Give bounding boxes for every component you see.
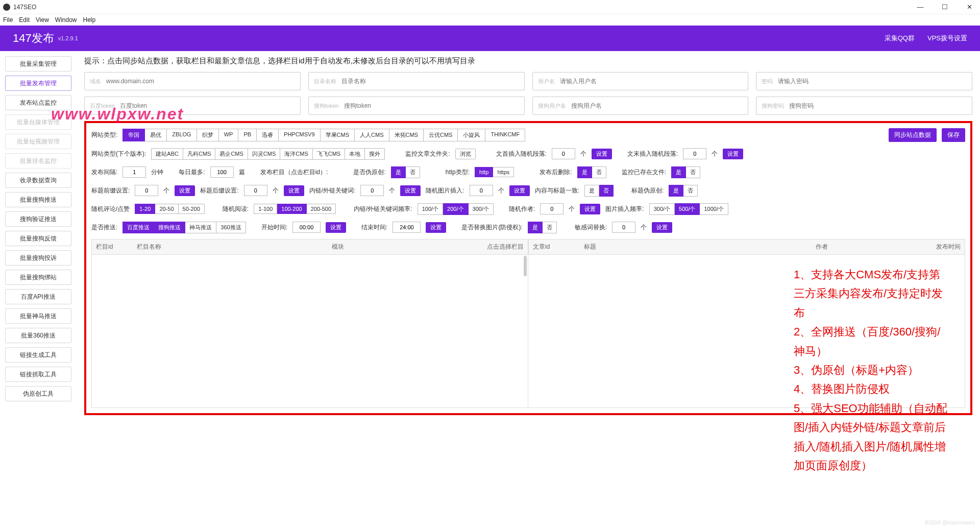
cmsrow-opt-3[interactable]: 织梦 — [197, 129, 219, 141]
pushSeg-opt-0[interactable]: 百度推送 — [122, 222, 154, 233]
sidebar-item-0[interactable]: 批量采集管理 — [5, 56, 71, 71]
prefix-input[interactable] — [135, 185, 158, 196]
user-field[interactable]: 用户名 — [532, 72, 749, 90]
cmsrow-opt-4[interactable]: WP — [219, 129, 239, 141]
author-input[interactable] — [540, 203, 564, 214]
cmsrow-opt-11[interactable]: 云优CMS — [424, 129, 458, 141]
cmsnext-opt-6[interactable]: 本地 — [345, 148, 365, 160]
close-button[interactable]: ✕ — [962, 3, 977, 11]
cmsrow-opt-6[interactable]: 迅睿 — [257, 129, 279, 141]
imgfreqSeg-opt-1[interactable]: 500/个 — [675, 203, 700, 215]
maximize-button[interactable]: ☐ — [937, 3, 952, 11]
sidebar-item-14[interactable]: 批量360推送 — [5, 328, 71, 343]
start-time-input[interactable] — [292, 222, 321, 233]
sgtoken-input[interactable] — [344, 102, 519, 109]
start-set-button[interactable]: 设置 — [326, 222, 346, 233]
tail-set-button[interactable]: 设置 — [723, 149, 743, 159]
sync-button[interactable]: 同步站点数据 — [889, 128, 937, 142]
keyword-input[interactable] — [360, 185, 384, 196]
cmsrow-opt-1[interactable]: 易优 — [145, 129, 167, 141]
columns-table-body[interactable] — [91, 255, 528, 408]
dir-field[interactable]: 目录名称 — [308, 72, 525, 90]
header-link-qq[interactable]: 采集QQ群 — [885, 34, 915, 43]
sidebar-item-9[interactable]: 批量搜狗反馈 — [5, 231, 71, 246]
head-num-input[interactable] — [552, 148, 575, 159]
scrollbar-thumb[interactable] — [524, 256, 527, 276]
cmsrow-opt-5[interactable]: PB — [238, 129, 257, 141]
menu-file[interactable]: File — [3, 16, 13, 23]
randimg-set-button[interactable]: 设置 — [509, 185, 530, 196]
tail-num-input[interactable] — [683, 148, 706, 159]
sidebar-item-17[interactable]: 伪原创工具 — [5, 386, 71, 401]
menu-edit[interactable]: Edit — [19, 16, 30, 23]
cmsrow-opt-8[interactable]: 苹果CMS — [321, 129, 355, 141]
readSeg-opt-0[interactable]: 1-100 — [254, 204, 277, 214]
interval-input[interactable] — [122, 166, 146, 178]
cmsnext-opt-3[interactable]: 闪灵CMS — [248, 148, 280, 160]
cmsrow-opt-12[interactable]: 小旋风 — [458, 129, 485, 141]
sensitive-set-button[interactable]: 设置 — [652, 222, 672, 233]
imgfreqSeg-opt-0[interactable]: 300/个 — [649, 203, 675, 215]
sidebar-item-2[interactable]: 发布站点监控 — [5, 95, 71, 110]
sidebar-item-7[interactable]: 批量搜狗推送 — [5, 192, 71, 207]
sidebar-item-10[interactable]: 批量搜狗投诉 — [5, 250, 71, 266]
keyword-set-button[interactable]: 设置 — [400, 185, 421, 196]
cmsnext-opt-5[interactable]: 飞飞CMS — [313, 148, 345, 160]
sidebar-item-6[interactable]: 收录数据查询 — [5, 173, 71, 188]
readSeg-opt-2[interactable]: 200-500 — [307, 204, 336, 214]
domain-input[interactable] — [106, 78, 295, 85]
end-time-input[interactable] — [393, 222, 421, 233]
sidebar-item-12[interactable]: 百度API推送 — [5, 289, 71, 304]
author-set-button[interactable]: 设置 — [580, 204, 600, 214]
cmsnext-opt-2[interactable]: 易企CMS — [215, 148, 248, 160]
suffix-set-button[interactable]: 设置 — [284, 185, 304, 196]
daily-input[interactable] — [210, 166, 234, 178]
header-link-vps[interactable]: VPS拨号设置 — [927, 34, 967, 43]
cmsrow-opt-10[interactable]: 米拓CMS — [389, 129, 424, 141]
kwfreqSeg-opt-0[interactable]: 100/个 — [418, 203, 443, 215]
save-button[interactable]: 保存 — [942, 128, 965, 142]
readSeg-opt-1[interactable]: 100-200 — [277, 204, 306, 214]
kwfreqSeg-opt-1[interactable]: 200/个 — [443, 203, 468, 215]
sgtoken-field[interactable]: 搜狗token — [308, 97, 525, 115]
articles-table-body[interactable]: 1、支持各大CMS发布/支持第三方采集内容发布/支持定时发布2、全网推送（百度/… — [528, 255, 965, 408]
domain-field[interactable]: 域名 — [84, 72, 301, 90]
sidebar-item-15[interactable]: 链接生成工具 — [5, 347, 71, 363]
sensitive-input[interactable] — [612, 222, 635, 233]
minimize-button[interactable]: — — [913, 3, 928, 11]
menu-help[interactable]: Help — [83, 16, 96, 23]
commentSeg-opt-0[interactable]: 1-20 — [135, 204, 155, 214]
menu-view[interactable]: View — [36, 16, 49, 23]
pushSeg-opt-2[interactable]: 神马推送 — [185, 222, 216, 233]
cmsrow-opt-0[interactable]: 帝国 — [122, 129, 145, 141]
sidebar-item-11[interactable]: 批量搜狗绑站 — [5, 270, 71, 285]
cmsrow-opt-2[interactable]: ZBLOG — [167, 129, 197, 141]
sidebar-item-13[interactable]: 批量神马推送 — [5, 308, 71, 324]
sguser-input[interactable] — [571, 102, 743, 109]
cmsnext-opt-1[interactable]: 凡科CMS — [183, 148, 215, 160]
bdtoken-field[interactable]: 百度token — [84, 97, 301, 115]
sgpass-input[interactable] — [789, 102, 967, 109]
randimg-input[interactable] — [470, 185, 493, 196]
pushSeg-opt-1[interactable]: 搜狗推送 — [154, 222, 185, 233]
bdtoken-input[interactable] — [120, 102, 295, 109]
browse-button[interactable]: 浏览 — [455, 149, 476, 159]
menu-window[interactable]: Window — [55, 16, 77, 23]
prefix-set-button[interactable]: 设置 — [175, 185, 195, 196]
cmsnext-opt-0[interactable]: 建站ABC — [151, 148, 183, 160]
cmsrow-opt-7[interactable]: PHPCMSV9 — [279, 129, 321, 141]
kwfreqSeg-opt-2[interactable]: 300/个 — [469, 203, 494, 215]
cmsrow-opt-13[interactable]: THINKCMF — [485, 129, 525, 141]
imgfreqSeg-opt-2[interactable]: 1000/个 — [700, 203, 728, 215]
cmsnext-opt-4[interactable]: 海洋CMS — [280, 148, 312, 160]
suffix-input[interactable] — [244, 185, 267, 196]
pass-field[interactable]: 密码 — [756, 72, 972, 90]
sidebar-item-8[interactable]: 搜狗验证推送 — [5, 211, 71, 227]
head-set-button[interactable]: 设置 — [592, 149, 612, 159]
cmsrow-opt-9[interactable]: 人人CMS — [355, 129, 389, 141]
commentSeg-opt-2[interactable]: 50-200 — [179, 204, 205, 214]
cmsnext-opt-7[interactable]: 搜外 — [365, 148, 385, 160]
sgpass-field[interactable]: 搜狗密码 — [756, 97, 972, 115]
sguser-field[interactable]: 搜狗用户名 — [532, 97, 749, 115]
dir-input[interactable] — [341, 78, 519, 85]
